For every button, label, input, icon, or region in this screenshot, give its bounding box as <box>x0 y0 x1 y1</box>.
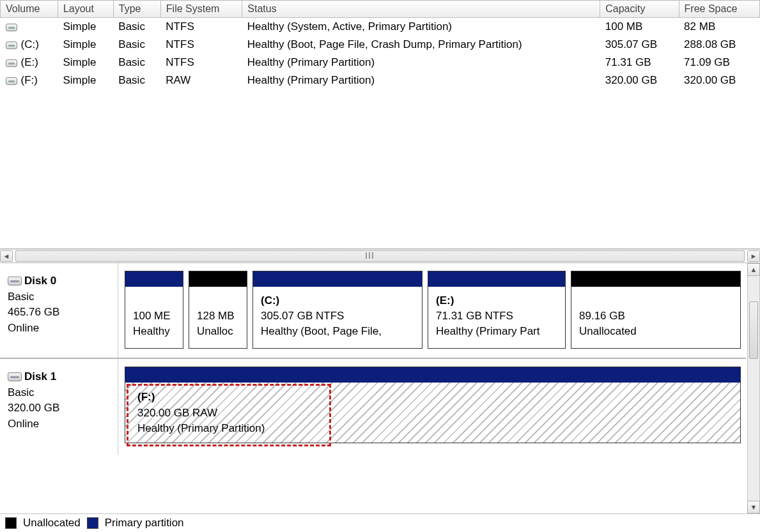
disk-row[interactable]: Disk 1 Basic 320.00 GB Online (F:) 320.0… <box>0 359 746 455</box>
partition-status: Healthy <box>133 325 170 337</box>
cell-free: 320.00 GB <box>679 72 759 89</box>
partition-label: (C:) <box>261 294 279 307</box>
disk-icon <box>8 372 22 381</box>
cell-fs: RAW <box>160 72 242 89</box>
partition-size: 89.16 GB <box>579 310 625 322</box>
stripe-primary <box>125 367 740 383</box>
scroll-right-button[interactable]: ► <box>747 250 760 262</box>
volume-icon <box>6 24 17 31</box>
stripe-primary <box>253 271 422 287</box>
partition-block[interactable]: (C:) 305.07 GB NTFS Healthy (Boot, Page … <box>252 271 423 349</box>
disk-type: Basic <box>8 386 35 399</box>
partition-block[interactable]: (F:) 320.00 GB RAW Healthy (Primary Part… <box>125 367 741 443</box>
cell-free: 82 MB <box>679 18 759 36</box>
partition-size: 128 MB <box>197 310 235 322</box>
disk-size: 320.00 GB <box>8 402 59 414</box>
table-row[interactable]: Simple Basic NTFS Healthy (System, Activ… <box>1 18 760 36</box>
disk-info[interactable]: Disk 0 Basic 465.76 GB Online <box>0 263 118 358</box>
disk-row[interactable]: Disk 0 Basic 465.76 GB Online 100 ME Hea… <box>0 263 746 359</box>
volume-icon <box>6 42 17 49</box>
disk-size: 465.76 GB <box>8 306 59 318</box>
stripe-primary <box>125 271 183 287</box>
cell-type: Basic <box>113 72 160 89</box>
col-status[interactable]: Status <box>242 1 600 18</box>
cell-capacity: 320.00 GB <box>600 72 679 89</box>
scroll-track[interactable] <box>15 250 745 262</box>
partition-track: (F:) 320.00 GB RAW Healthy (Primary Part… <box>118 359 746 455</box>
legend: Unallocated Primary partition <box>0 513 760 532</box>
partition-block[interactable]: (E:) 71.31 GB NTFS Healthy (Primary Part <box>428 271 566 349</box>
volume-icon <box>6 77 17 85</box>
partition-label: (E:) <box>436 294 454 307</box>
volume-table[interactable]: Volume Layout Type File System Status Ca… <box>0 0 760 89</box>
partition-status: Healthy (Primary Partition) <box>137 422 265 434</box>
disk-type: Basic <box>8 291 35 303</box>
cell-layout: Simple <box>58 72 113 89</box>
stripe-unallocated <box>189 271 247 287</box>
volume-name: (F:) <box>21 74 38 86</box>
vertical-scrollbar[interactable]: ▲ ▼ <box>747 263 760 513</box>
partition-size: 320.00 GB RAW <box>137 407 217 419</box>
cell-status: Healthy (Primary Partition) <box>242 72 600 89</box>
partition-size: 305.07 GB NTFS <box>261 310 344 322</box>
col-freespace[interactable]: Free Space <box>679 1 759 18</box>
volume-list-pane: Volume Layout Type File System Status Ca… <box>0 0 760 249</box>
cell-free: 288.08 GB <box>679 36 759 54</box>
legend-label-unallocated: Unallocated <box>23 517 81 529</box>
disk-state: Online <box>8 418 39 430</box>
partition-block[interactable]: 100 ME Healthy <box>125 271 183 349</box>
cell-layout: Simple <box>58 36 113 54</box>
cell-type: Basic <box>113 36 160 54</box>
cell-layout: Simple <box>58 54 113 72</box>
partition-block[interactable]: 89.16 GB Unallocated <box>571 271 741 349</box>
horizontal-scrollbar[interactable]: ◄ ► <box>0 249 760 263</box>
disk-state: Online <box>8 322 39 334</box>
table-row[interactable]: (F:) Simple Basic RAW Healthy (Primary P… <box>1 72 760 89</box>
cell-fs: NTFS <box>160 18 242 36</box>
cell-type: Basic <box>113 18 160 36</box>
partition-status: Unalloc <box>197 325 233 337</box>
cell-fs: NTFS <box>160 54 242 72</box>
table-row[interactable]: (C:) Simple Basic NTFS Healthy (Boot, Pa… <box>1 36 760 54</box>
scroll-grip-icon <box>366 252 382 259</box>
col-layout[interactable]: Layout <box>58 1 113 18</box>
disk-name: Disk 1 <box>24 370 56 383</box>
cell-capacity: 71.31 GB <box>600 54 679 72</box>
partition-track: 100 ME Healthy 128 MB Unalloc (C:) <box>118 263 746 358</box>
cell-type: Basic <box>113 54 160 72</box>
disk-icon <box>8 277 22 285</box>
col-volume[interactable]: Volume <box>1 1 58 18</box>
cell-status: Healthy (Primary Partition) <box>242 54 600 72</box>
highlighted-partition: (F:) 320.00 GB RAW Healthy (Primary Part… <box>127 384 331 446</box>
partition-status: Healthy (Primary Part <box>436 325 539 337</box>
col-filesystem[interactable]: File System <box>160 1 242 18</box>
disk-name: Disk 0 <box>24 275 56 287</box>
stripe-unallocated <box>571 271 740 287</box>
cell-status: Healthy (Boot, Page File, Crash Dump, Pr… <box>242 36 600 54</box>
partition-size: 71.31 GB NTFS <box>436 310 513 322</box>
cell-layout: Simple <box>58 18 113 36</box>
cell-fs: NTFS <box>160 36 242 54</box>
scroll-track[interactable] <box>747 276 760 501</box>
cell-capacity: 100 MB <box>600 18 679 36</box>
legend-swatch-unallocated <box>5 517 17 529</box>
cell-free: 71.09 GB <box>679 54 759 72</box>
col-capacity[interactable]: Capacity <box>600 1 679 18</box>
partition-size: 100 ME <box>133 310 171 322</box>
cell-capacity: 305.07 GB <box>600 36 679 54</box>
stripe-primary <box>428 271 565 287</box>
disk-map-pane: Disk 0 Basic 465.76 GB Online 100 ME Hea… <box>0 263 760 513</box>
partition-label: (F:) <box>137 391 155 403</box>
disk-info[interactable]: Disk 1 Basic 320.00 GB Online <box>0 359 118 455</box>
partition-status: Healthy (Boot, Page File, <box>261 325 382 337</box>
volume-icon <box>6 59 17 67</box>
partition-block[interactable]: 128 MB Unalloc <box>189 271 247 349</box>
scroll-thumb[interactable] <box>749 301 758 359</box>
partition-status: Unallocated <box>579 325 637 337</box>
scroll-up-button[interactable]: ▲ <box>747 263 760 276</box>
scroll-down-button[interactable]: ▼ <box>747 501 760 513</box>
cell-status: Healthy (System, Active, Primary Partiti… <box>242 18 600 36</box>
table-row[interactable]: (E:) Simple Basic NTFS Healthy (Primary … <box>1 54 760 72</box>
scroll-left-button[interactable]: ◄ <box>0 250 13 262</box>
col-type[interactable]: Type <box>113 1 160 18</box>
